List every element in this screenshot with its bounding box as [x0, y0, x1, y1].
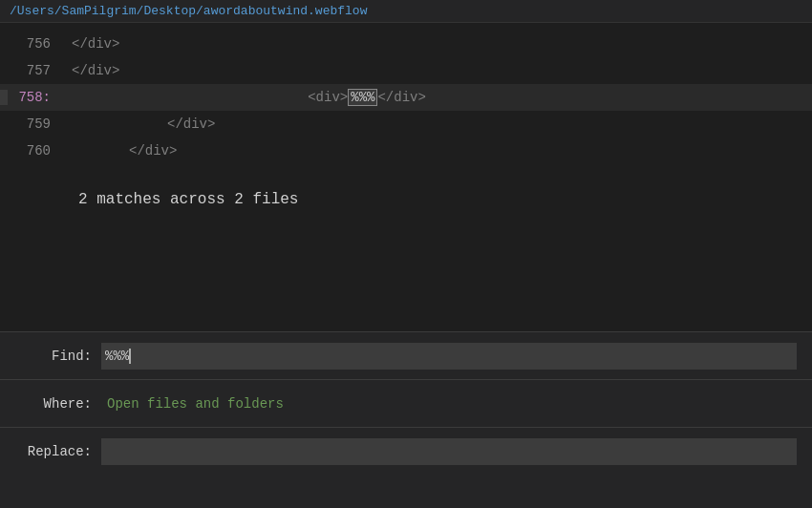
where-label: Where: — [15, 396, 92, 412]
line-number-760: 760 — [27, 143, 51, 159]
gutter-759: 759 — [0, 116, 62, 132]
code-content-756: </div> — [62, 36, 119, 52]
gutter-marker-758 — [0, 90, 8, 105]
find-input-wrapper[interactable]: %%% — [101, 343, 797, 370]
editor-area: /Users/SamPilgrim/Desktop/awordaboutwind… — [0, 0, 812, 334]
gutter-760: 760 — [0, 143, 62, 159]
line-number-758: 758: — [18, 90, 51, 105]
code-line-760: 760 </div> — [0, 138, 812, 164]
find-value-display: %%% — [105, 349, 129, 364]
replace-input[interactable] — [101, 438, 797, 465]
gutter-758: 758: — [0, 90, 62, 105]
line-number-756: 756 — [27, 36, 51, 52]
matches-summary: 2 matches across 2 files — [0, 172, 812, 227]
gutter-756: 756 — [0, 36, 62, 52]
where-row: Where: — [0, 380, 812, 428]
line-number-759: 759 — [27, 116, 51, 132]
find-replace-panel: Find: %%% Where: Replace: — [0, 331, 812, 508]
where-input[interactable] — [101, 391, 797, 417]
find-row: Find: %%% — [0, 332, 812, 380]
gutter-757: 757 — [0, 63, 62, 78]
code-container: 756 </div> 757 </div> 758: <div>%%%</div… — [0, 23, 812, 172]
code-line-758: 758: <div>%%%</div> — [0, 84, 812, 111]
find-label: Find: — [15, 349, 92, 364]
replace-label: Replace: — [15, 444, 92, 459]
code-content-760: </div> — [62, 143, 177, 159]
code-content-759: </div> — [62, 116, 215, 132]
code-line-759: 759 </div> — [0, 111, 812, 138]
search-highlight: %%% — [348, 89, 377, 106]
line-number-757: 757 — [27, 63, 51, 78]
code-line-756: 756 </div> — [0, 31, 812, 57]
cursor — [129, 349, 131, 364]
replace-row: Replace: — [0, 428, 812, 476]
breadcrumb: /Users/SamPilgrim/Desktop/awordaboutwind… — [0, 0, 812, 23]
